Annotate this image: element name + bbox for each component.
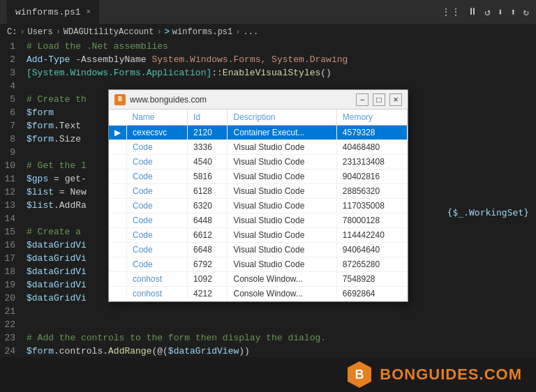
line-content-18: $dataGridVi [27,265,87,278]
breadcrumb-account[interactable]: WDAGUtilityAccount [64,27,154,37]
line-num-9: 9 [0,146,27,159]
table-body: ▶ cexecsvc 2120 Container Execut... 4579… [109,126,408,301]
line-num-18: 18 [0,265,27,278]
row-arrow-4 [109,184,127,199]
minimize-button[interactable]: − [356,93,368,106]
row-arrow-9 [109,257,127,272]
topbar-icons: ⋮⋮ ⏸ ↺ ⬇ ⬆ ↻ [441,6,529,18]
row-memory-1: 40468480 [336,140,407,155]
line-content-2: Add-Type -AssemblyName System.Windows.Fo… [27,53,348,66]
sep4: › [235,27,240,37]
table-row[interactable]: Code 6128 Visual Studio Code 28856320 [109,184,408,199]
row-id-8: 6648 [188,243,228,257]
table-row[interactable]: Code 6448 Visual Studio Code 78000128 [109,213,408,228]
row-desc-1: Visual Studio Code [228,140,336,155]
col-header-id[interactable]: Id [188,110,228,126]
line-content-17: $dataGridVi [27,252,87,265]
row-arrow-6 [109,213,127,228]
row-memory-2: 231313408 [336,155,407,169]
table-row[interactable]: Code 6792 Visual Studio Code 87265280 [109,257,408,272]
row-memory-6: 78000128 [336,213,407,228]
line-content-5: # Create th [27,93,87,106]
row-arrow-0: ▶ [109,126,127,140]
row-id-1: 3336 [188,140,228,155]
row-name-11: conhost [127,287,188,301]
table-row[interactable]: conhost 1092 Console Window... 7548928 [109,272,408,287]
right-annotation: {$_.WorkingSet} [447,206,529,219]
table-row[interactable]: Code 3336 Visual Studio Code 40468480 [109,140,408,155]
breadcrumb-users[interactable]: Users [28,27,53,37]
step-over-icon[interactable]: ⬇ [498,6,503,18]
step-in-icon[interactable]: ⬆ [510,6,516,18]
pause-icon[interactable]: ⏸ [468,6,477,17]
process-table: Name Id Description Memory ▶ cexecsvc 21… [109,110,408,301]
line-num-12: 12 [0,186,27,199]
row-arrow-8 [109,243,127,257]
line-num-1: 1 [0,40,27,53]
line-num-7: 7 [0,119,27,133]
table-row[interactable]: conhost 4212 Console Window... 6692864 [109,287,408,301]
row-memory-5: 117035008 [336,199,407,213]
sep2: › [56,27,61,37]
brand-name: BONGUIDES.COM [380,365,522,384]
row-name-3: Code [127,169,188,184]
line-num-23: 23 [0,331,27,345]
row-id-0: 2120 [188,126,228,140]
line-num-5: 5 [0,93,27,106]
close-button[interactable]: × [389,93,402,106]
line-24: 24 $form.controls.AddRange(@($dataGridVi… [0,345,536,358]
breadcrumb: C: › Users › WDAGUtilityAccount › > winf… [0,24,536,40]
svg-text:B: B [355,368,364,382]
line-content-20: $dataGridVi [27,292,87,305]
row-id-2: 4540 [188,155,228,169]
tab-close-btn[interactable]: × [87,8,91,16]
col-header-memory[interactable]: Memory [336,110,407,126]
row-name-4: Code [127,184,188,199]
row-memory-11: 6692864 [336,287,407,301]
maximize-button[interactable]: □ [373,93,385,106]
row-desc-0: Container Execut... [228,126,336,140]
table-row[interactable]: Code 6320 Visual Studio Code 117035008 [109,199,408,213]
line-num-17: 17 [0,252,27,265]
row-id-10: 1092 [188,272,228,287]
popup-table-wrapper: Name Id Description Memory ▶ cexecsvc 21… [109,110,408,301]
row-arrow-1 [109,140,127,155]
line-num-6: 6 [0,106,27,119]
line-21: 21 [0,305,536,318]
bottom-bar: B BONGUIDES.COM [0,357,536,392]
popup-window: B www.bonguides.com − □ × Name Id Descri… [108,89,408,302]
col-header-description[interactable]: Description [228,110,336,126]
line-content-13: $list.AddRa [27,199,87,212]
row-name-6: Code [127,213,188,228]
col-header-name[interactable]: Name [127,110,188,126]
line-content-10: # Get the l [27,159,87,172]
row-desc-9: Visual Studio Code [228,257,336,272]
row-arrow-10 [109,272,127,287]
table-row[interactable]: Code 6648 Visual Studio Code 94064640 [109,243,408,257]
table-row[interactable]: Code 6612 Visual Studio Code 114442240 [109,228,408,243]
table-row[interactable]: Code 5816 Visual Studio Code 90402816 [109,169,408,184]
line-content-19: $dataGridVi [27,278,87,292]
row-name-7: Code [127,228,188,243]
breadcrumb-c[interactable]: C: [7,27,17,37]
line-content-16: $dataGridVi [27,239,87,252]
popup-titlebar: B www.bonguides.com − □ × [109,90,408,110]
line-content-24: $form.controls.AddRange(@($dataGridView)… [27,345,250,358]
restart-icon[interactable]: ↺ [484,6,490,18]
continue-icon[interactable]: ↻ [523,6,529,18]
table-row[interactable]: ▶ cexecsvc 2120 Container Execut... 4579… [109,126,408,140]
line-23: 23 # Add the controls to the form then d… [0,331,536,345]
line-content-7: $form.Text [27,119,81,133]
editor-tab[interactable]: winforms.ps1 × [7,0,99,24]
watermark: B BONGUIDES.COM [345,360,522,389]
row-name-9: Code [127,257,188,272]
breadcrumb-more[interactable]: ... [243,27,258,37]
line-22: 22 [0,318,536,331]
row-desc-7: Visual Studio Code [228,228,336,243]
row-name-8: Code [127,243,188,257]
row-name-2: Code [127,155,188,169]
menu-icon[interactable]: ⋮⋮ [441,6,461,18]
table-row[interactable]: Code 4540 Visual Studio Code 231313408 [109,155,408,169]
line-content-14 [27,212,32,225]
breadcrumb-file[interactable]: winforms.ps1 [172,27,232,37]
